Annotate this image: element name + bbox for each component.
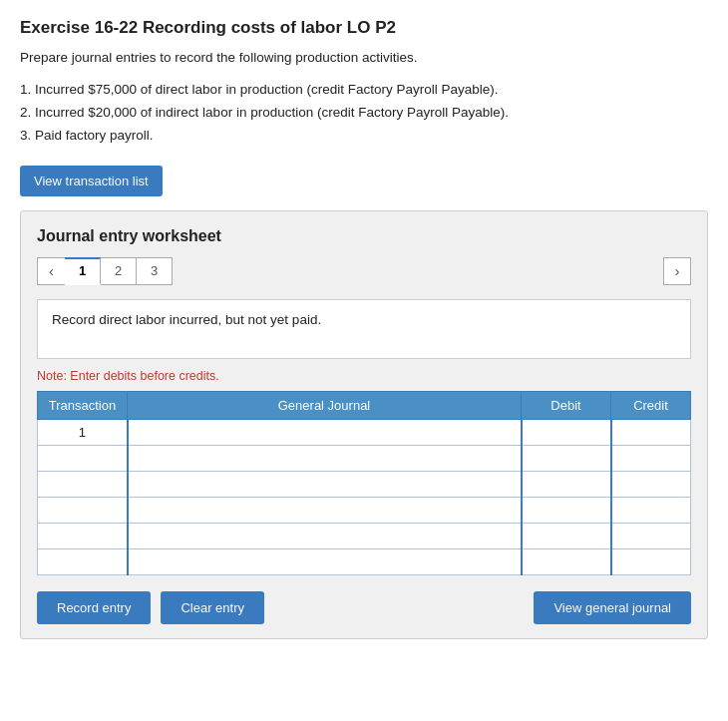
cell-debit-2[interactable] [522, 445, 611, 471]
note-text: Note: Enter debits before credits. [37, 369, 691, 383]
input-journal-6[interactable] [129, 549, 521, 574]
description: Prepare journal entries to record the fo… [20, 50, 708, 65]
cell-debit-4[interactable] [522, 497, 611, 523]
activities-list: 1. Incurred $75,000 of direct labor in p… [20, 79, 708, 148]
view-general-journal-button[interactable]: View general journal [534, 591, 691, 624]
view-transaction-button[interactable]: View transaction list [20, 166, 163, 196]
input-journal-4[interactable] [129, 498, 521, 523]
cell-credit-1[interactable] [611, 419, 691, 445]
input-credit-4[interactable] [612, 498, 691, 523]
input-journal-5[interactable] [129, 524, 521, 548]
instruction-text: Record direct labor incurred, but not ye… [52, 312, 321, 327]
input-debit-2[interactable] [523, 446, 610, 471]
input-debit-4[interactable] [523, 498, 610, 523]
input-journal-1[interactable] [129, 420, 521, 445]
cell-transaction-2 [38, 445, 128, 471]
table-row [38, 523, 691, 548]
cell-journal-6[interactable] [128, 548, 522, 574]
cell-transaction-6 [38, 548, 128, 574]
table-row: 1 [38, 419, 691, 445]
cell-credit-6[interactable] [611, 548, 691, 574]
worksheet-container: Journal entry worksheet ‹ 1 2 3 › Record… [20, 210, 708, 639]
cell-credit-2[interactable] [611, 445, 691, 471]
cell-journal-3[interactable] [128, 471, 522, 497]
tab-prev-arrow[interactable]: ‹ [37, 257, 65, 285]
table-row [38, 548, 691, 574]
cell-journal-5[interactable] [128, 523, 522, 548]
input-credit-6[interactable] [612, 549, 691, 574]
table-row [38, 445, 691, 471]
buttons-row: Record entry Clear entry View general jo… [37, 591, 691, 624]
col-header-transaction: Transaction [38, 391, 128, 419]
cell-debit-3[interactable] [522, 471, 611, 497]
input-debit-3[interactable] [523, 472, 610, 497]
cell-journal-1[interactable] [128, 419, 522, 445]
clear-entry-button[interactable]: Clear entry [161, 591, 264, 624]
col-header-journal: General Journal [128, 391, 522, 419]
table-row [38, 471, 691, 497]
cell-credit-4[interactable] [611, 497, 691, 523]
tabs-row: ‹ 1 2 3 › [37, 257, 691, 285]
cell-transaction-5 [38, 523, 128, 548]
tab-3[interactable]: 3 [137, 257, 173, 285]
input-credit-2[interactable] [612, 446, 691, 471]
input-credit-5[interactable] [612, 524, 691, 548]
input-credit-3[interactable] [612, 472, 691, 497]
col-header-credit: Credit [611, 391, 691, 419]
worksheet-title: Journal entry worksheet [37, 227, 691, 245]
cell-credit-5[interactable] [611, 523, 691, 548]
record-entry-button[interactable]: Record entry [37, 591, 151, 624]
page-title: Exercise 16-22 Recording costs of labor … [20, 18, 708, 38]
cell-credit-3[interactable] [611, 471, 691, 497]
col-header-debit: Debit [522, 391, 611, 419]
input-journal-3[interactable] [129, 472, 521, 497]
activity-3: 3. Paid factory payroll. [20, 125, 708, 148]
cell-debit-1[interactable] [522, 419, 611, 445]
input-debit-6[interactable] [523, 549, 610, 574]
input-credit-1[interactable] [612, 420, 691, 445]
cell-journal-4[interactable] [128, 497, 522, 523]
input-journal-2[interactable] [129, 446, 521, 471]
input-debit-1[interactable] [523, 420, 610, 445]
cell-journal-2[interactable] [128, 445, 522, 471]
tab-1[interactable]: 1 [65, 257, 101, 285]
input-debit-5[interactable] [523, 524, 610, 548]
journal-table: Transaction General Journal Debit Credit… [37, 391, 691, 575]
instruction-box: Record direct labor incurred, but not ye… [37, 299, 691, 359]
cell-debit-5[interactable] [522, 523, 611, 548]
cell-transaction-1: 1 [38, 419, 128, 445]
cell-transaction-4 [38, 497, 128, 523]
tab-next-arrow[interactable]: › [663, 257, 691, 285]
tab-2[interactable]: 2 [101, 257, 137, 285]
cell-transaction-3 [38, 471, 128, 497]
activity-2: 2. Incurred $20,000 of indirect labor in… [20, 102, 708, 125]
cell-debit-6[interactable] [522, 548, 611, 574]
table-row [38, 497, 691, 523]
activity-1: 1. Incurred $75,000 of direct labor in p… [20, 79, 708, 102]
